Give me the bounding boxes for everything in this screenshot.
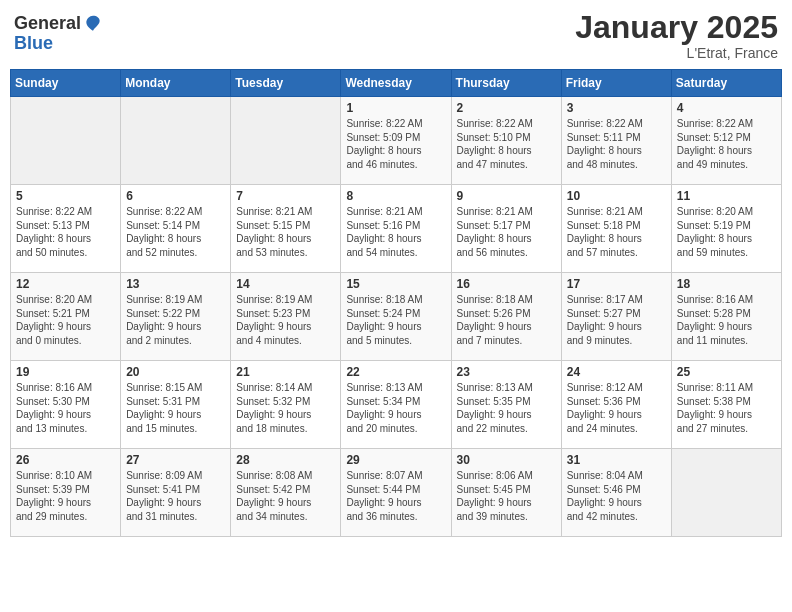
- day-number: 29: [346, 453, 445, 467]
- day-info: Sunrise: 8:18 AM Sunset: 5:26 PM Dayligh…: [457, 293, 556, 347]
- calendar-cell: 25Sunrise: 8:11 AM Sunset: 5:38 PM Dayli…: [671, 361, 781, 449]
- calendar-cell: 17Sunrise: 8:17 AM Sunset: 5:27 PM Dayli…: [561, 273, 671, 361]
- calendar-cell: 27Sunrise: 8:09 AM Sunset: 5:41 PM Dayli…: [121, 449, 231, 537]
- calendar-cell: 20Sunrise: 8:15 AM Sunset: 5:31 PM Dayli…: [121, 361, 231, 449]
- day-info: Sunrise: 8:13 AM Sunset: 5:35 PM Dayligh…: [457, 381, 556, 435]
- day-info: Sunrise: 8:17 AM Sunset: 5:27 PM Dayligh…: [567, 293, 666, 347]
- calendar-cell: 8Sunrise: 8:21 AM Sunset: 5:16 PM Daylig…: [341, 185, 451, 273]
- calendar-cell: 15Sunrise: 8:18 AM Sunset: 5:24 PM Dayli…: [341, 273, 451, 361]
- calendar-cell: 4Sunrise: 8:22 AM Sunset: 5:12 PM Daylig…: [671, 97, 781, 185]
- day-number: 30: [457, 453, 556, 467]
- day-number: 23: [457, 365, 556, 379]
- day-info: Sunrise: 8:16 AM Sunset: 5:30 PM Dayligh…: [16, 381, 115, 435]
- day-info: Sunrise: 8:21 AM Sunset: 5:16 PM Dayligh…: [346, 205, 445, 259]
- calendar-cell: [231, 97, 341, 185]
- day-info: Sunrise: 8:14 AM Sunset: 5:32 PM Dayligh…: [236, 381, 335, 435]
- day-number: 19: [16, 365, 115, 379]
- calendar-cell: [11, 97, 121, 185]
- day-info: Sunrise: 8:21 AM Sunset: 5:15 PM Dayligh…: [236, 205, 335, 259]
- day-number: 21: [236, 365, 335, 379]
- location-text: L'Etrat, France: [575, 45, 778, 61]
- calendar-cell: 5Sunrise: 8:22 AM Sunset: 5:13 PM Daylig…: [11, 185, 121, 273]
- calendar-cell: 1Sunrise: 8:22 AM Sunset: 5:09 PM Daylig…: [341, 97, 451, 185]
- calendar-cell: 6Sunrise: 8:22 AM Sunset: 5:14 PM Daylig…: [121, 185, 231, 273]
- day-number: 20: [126, 365, 225, 379]
- calendar-cell: 11Sunrise: 8:20 AM Sunset: 5:19 PM Dayli…: [671, 185, 781, 273]
- day-number: 14: [236, 277, 335, 291]
- day-info: Sunrise: 8:22 AM Sunset: 5:12 PM Dayligh…: [677, 117, 776, 171]
- calendar-cell: 21Sunrise: 8:14 AM Sunset: 5:32 PM Dayli…: [231, 361, 341, 449]
- day-number: 13: [126, 277, 225, 291]
- day-info: Sunrise: 8:08 AM Sunset: 5:42 PM Dayligh…: [236, 469, 335, 523]
- day-number: 25: [677, 365, 776, 379]
- calendar-cell: 24Sunrise: 8:12 AM Sunset: 5:36 PM Dayli…: [561, 361, 671, 449]
- day-number: 22: [346, 365, 445, 379]
- title-area: January 2025 L'Etrat, France: [575, 10, 778, 61]
- day-number: 26: [16, 453, 115, 467]
- day-info: Sunrise: 8:19 AM Sunset: 5:23 PM Dayligh…: [236, 293, 335, 347]
- day-info: Sunrise: 8:11 AM Sunset: 5:38 PM Dayligh…: [677, 381, 776, 435]
- calendar-cell: 13Sunrise: 8:19 AM Sunset: 5:22 PM Dayli…: [121, 273, 231, 361]
- day-number: 7: [236, 189, 335, 203]
- day-info: Sunrise: 8:21 AM Sunset: 5:17 PM Dayligh…: [457, 205, 556, 259]
- calendar-cell: 12Sunrise: 8:20 AM Sunset: 5:21 PM Dayli…: [11, 273, 121, 361]
- calendar-cell: 10Sunrise: 8:21 AM Sunset: 5:18 PM Dayli…: [561, 185, 671, 273]
- day-info: Sunrise: 8:22 AM Sunset: 5:14 PM Dayligh…: [126, 205, 225, 259]
- logo-general-text: General: [14, 14, 81, 34]
- day-number: 2: [457, 101, 556, 115]
- day-info: Sunrise: 8:22 AM Sunset: 5:11 PM Dayligh…: [567, 117, 666, 171]
- day-number: 10: [567, 189, 666, 203]
- calendar-cell: 9Sunrise: 8:21 AM Sunset: 5:17 PM Daylig…: [451, 185, 561, 273]
- day-info: Sunrise: 8:04 AM Sunset: 5:46 PM Dayligh…: [567, 469, 666, 523]
- calendar-table: SundayMondayTuesdayWednesdayThursdayFrid…: [10, 69, 782, 537]
- col-header-sunday: Sunday: [11, 70, 121, 97]
- col-header-wednesday: Wednesday: [341, 70, 451, 97]
- col-header-tuesday: Tuesday: [231, 70, 341, 97]
- calendar-cell: 19Sunrise: 8:16 AM Sunset: 5:30 PM Dayli…: [11, 361, 121, 449]
- calendar-cell: 14Sunrise: 8:19 AM Sunset: 5:23 PM Dayli…: [231, 273, 341, 361]
- day-info: Sunrise: 8:07 AM Sunset: 5:44 PM Dayligh…: [346, 469, 445, 523]
- day-number: 5: [16, 189, 115, 203]
- calendar-cell: 2Sunrise: 8:22 AM Sunset: 5:10 PM Daylig…: [451, 97, 561, 185]
- day-number: 8: [346, 189, 445, 203]
- day-number: 28: [236, 453, 335, 467]
- day-info: Sunrise: 8:20 AM Sunset: 5:19 PM Dayligh…: [677, 205, 776, 259]
- day-number: 31: [567, 453, 666, 467]
- day-number: 6: [126, 189, 225, 203]
- day-number: 15: [346, 277, 445, 291]
- day-info: Sunrise: 8:09 AM Sunset: 5:41 PM Dayligh…: [126, 469, 225, 523]
- calendar-cell: [121, 97, 231, 185]
- day-number: 24: [567, 365, 666, 379]
- month-title: January 2025: [575, 10, 778, 45]
- day-number: 11: [677, 189, 776, 203]
- day-number: 3: [567, 101, 666, 115]
- day-number: 9: [457, 189, 556, 203]
- day-number: 1: [346, 101, 445, 115]
- day-info: Sunrise: 8:21 AM Sunset: 5:18 PM Dayligh…: [567, 205, 666, 259]
- calendar-cell: 18Sunrise: 8:16 AM Sunset: 5:28 PM Dayli…: [671, 273, 781, 361]
- page-header: General Blue January 2025 L'Etrat, Franc…: [10, 10, 782, 61]
- day-info: Sunrise: 8:20 AM Sunset: 5:21 PM Dayligh…: [16, 293, 115, 347]
- calendar-cell: 23Sunrise: 8:13 AM Sunset: 5:35 PM Dayli…: [451, 361, 561, 449]
- col-header-friday: Friday: [561, 70, 671, 97]
- day-number: 12: [16, 277, 115, 291]
- col-header-saturday: Saturday: [671, 70, 781, 97]
- day-info: Sunrise: 8:19 AM Sunset: 5:22 PM Dayligh…: [126, 293, 225, 347]
- day-info: Sunrise: 8:22 AM Sunset: 5:13 PM Dayligh…: [16, 205, 115, 259]
- day-number: 27: [126, 453, 225, 467]
- col-header-thursday: Thursday: [451, 70, 561, 97]
- calendar-cell: 30Sunrise: 8:06 AM Sunset: 5:45 PM Dayli…: [451, 449, 561, 537]
- calendar-cell: 7Sunrise: 8:21 AM Sunset: 5:15 PM Daylig…: [231, 185, 341, 273]
- day-number: 18: [677, 277, 776, 291]
- day-info: Sunrise: 8:06 AM Sunset: 5:45 PM Dayligh…: [457, 469, 556, 523]
- logo-blue-text: Blue: [14, 33, 53, 53]
- day-info: Sunrise: 8:18 AM Sunset: 5:24 PM Dayligh…: [346, 293, 445, 347]
- col-header-monday: Monday: [121, 70, 231, 97]
- calendar-cell: 31Sunrise: 8:04 AM Sunset: 5:46 PM Dayli…: [561, 449, 671, 537]
- day-number: 16: [457, 277, 556, 291]
- day-info: Sunrise: 8:22 AM Sunset: 5:10 PM Dayligh…: [457, 117, 556, 171]
- calendar-cell: 3Sunrise: 8:22 AM Sunset: 5:11 PM Daylig…: [561, 97, 671, 185]
- logo-icon: [83, 14, 103, 34]
- logo: General Blue: [14, 14, 103, 54]
- calendar-cell: 22Sunrise: 8:13 AM Sunset: 5:34 PM Dayli…: [341, 361, 451, 449]
